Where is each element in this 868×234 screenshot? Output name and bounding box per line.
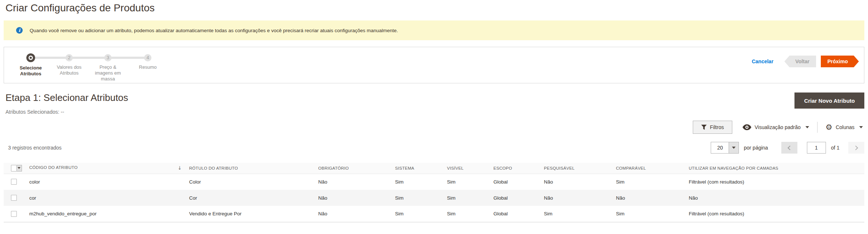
cell-scope: Global bbox=[490, 174, 540, 190]
cell-comparable: Sim bbox=[612, 174, 685, 190]
cell-searchable: Sim bbox=[540, 206, 612, 222]
cell-scope: Global bbox=[490, 206, 540, 222]
step-4-label: Resumo bbox=[131, 64, 164, 70]
info-icon: i bbox=[16, 27, 23, 34]
cell-system: Sim bbox=[391, 206, 443, 222]
step-3-indicator: 3 bbox=[104, 54, 112, 61]
step-connector-line bbox=[31, 57, 148, 59]
chevron-down-icon bbox=[805, 126, 809, 128]
column-header-required[interactable]: OBRIGATÓRIO bbox=[315, 163, 391, 174]
cell-attribute-label: Cor bbox=[185, 190, 315, 206]
column-header-visible[interactable]: VISÍVEL bbox=[443, 163, 490, 174]
records-found-text: 3 registros encontrados bbox=[8, 145, 61, 151]
cell-system: Sim bbox=[391, 174, 443, 190]
cell-layered-navigation: Não bbox=[685, 190, 864, 206]
cell-required: Não bbox=[315, 174, 391, 190]
toolbar-divider bbox=[817, 122, 818, 133]
page-title: Criar Configurações de Produtos bbox=[5, 2, 155, 14]
chevron-down-icon bbox=[18, 167, 20, 169]
grid-toolbar: Filtros Visualização padrão ⚙ Colunas bbox=[693, 121, 863, 134]
grid-header-row: CÓDIGO DO ATRIBUTO ↓ RÓTULO DO ATRIBUTO … bbox=[4, 163, 864, 174]
table-row[interactable]: cor Cor Não Sim Sim Global Não Não Não bbox=[4, 190, 864, 206]
attributes-grid: CÓDIGO DO ATRIBUTO ↓ RÓTULO DO ATRIBUTO … bbox=[4, 163, 864, 222]
column-header-attribute-label[interactable]: RÓTULO DO ATRIBUTO bbox=[185, 163, 315, 174]
step-select-attributes[interactable]: Selecione Atributos bbox=[14, 47, 47, 77]
columns-selector-label: Colunas bbox=[836, 124, 854, 130]
cell-attribute-label: Color bbox=[185, 174, 315, 190]
cell-searchable: Não bbox=[540, 174, 612, 190]
select-all-dropdown[interactable] bbox=[17, 165, 22, 171]
wizard-actions: Cancelar Voltar Próximo bbox=[752, 56, 859, 67]
view-selector[interactable]: Visualização padrão bbox=[743, 124, 809, 130]
filter-funnel-icon bbox=[701, 125, 707, 130]
cell-required: Não bbox=[315, 206, 391, 222]
column-header-layered-navigation[interactable]: UTILIZAR EM NAVEGAÇÃO POR CAMADAS bbox=[685, 163, 864, 174]
step-1-indicator bbox=[26, 53, 35, 62]
row-checkbox[interactable] bbox=[11, 179, 17, 185]
next-button[interactable]: Próximo bbox=[821, 56, 859, 67]
step-summary[interactable]: 4 Resumo bbox=[131, 47, 164, 70]
chevron-down-icon bbox=[859, 126, 863, 128]
gear-icon: ⚙ bbox=[826, 124, 833, 131]
chevron-right-icon bbox=[853, 146, 858, 150]
filters-button[interactable]: Filtros bbox=[693, 121, 732, 134]
eye-icon bbox=[743, 124, 751, 130]
back-button[interactable]: Voltar bbox=[784, 56, 816, 67]
cell-comparable: Sim bbox=[612, 206, 685, 222]
step-2-label: Valores dos Atributos bbox=[53, 64, 86, 76]
sort-descending-icon[interactable]: ↓ bbox=[178, 165, 182, 171]
step-2-indicator: 2 bbox=[65, 54, 73, 61]
info-message-bar: i Quando você remove ou adicionar um atr… bbox=[4, 20, 864, 40]
cell-attribute-code: color bbox=[26, 174, 185, 190]
pagination-controls: 20 por página of 1 bbox=[711, 142, 864, 154]
row-checkbox[interactable] bbox=[11, 195, 17, 201]
view-selector-label: Visualização padrão bbox=[755, 124, 801, 130]
table-row[interactable]: m2hub_vendido_entregue_por Vendido e Ent… bbox=[4, 206, 864, 222]
step-3-label: Preço & imagens em massa bbox=[91, 64, 124, 82]
step-4-indicator: 4 bbox=[144, 54, 151, 61]
next-page-button[interactable] bbox=[848, 142, 864, 154]
section-title: Etapa 1: Selecionar Atributos bbox=[5, 92, 128, 103]
page: Criar Configurações de Produtos i Quando… bbox=[0, 0, 868, 234]
cancel-button[interactable]: Cancelar bbox=[752, 58, 773, 64]
cell-visible: Sim bbox=[443, 174, 490, 190]
chevron-left-icon bbox=[788, 146, 792, 150]
cell-layered-navigation: Filtrável (com resultados) bbox=[685, 206, 864, 222]
column-header-comparable[interactable]: COMPARÁVEL bbox=[612, 163, 685, 174]
step-bulk-images-price[interactable]: 3 Preço & imagens em massa bbox=[91, 47, 124, 82]
selected-attributes-text: Atributos Selecionados: -- bbox=[5, 109, 64, 115]
page-size-select[interactable]: 20 bbox=[711, 142, 739, 154]
column-header-label: CÓDIGO DO ATRIBUTO bbox=[29, 165, 78, 170]
column-header-attribute-code[interactable]: CÓDIGO DO ATRIBUTO ↓ bbox=[26, 163, 185, 174]
column-header-scope[interactable]: ESCOPO bbox=[490, 163, 540, 174]
column-header-system[interactable]: SISTEMA bbox=[391, 163, 443, 174]
total-pages-label: of 1 bbox=[831, 145, 839, 151]
page-size-caret bbox=[729, 142, 739, 153]
step-attribute-values[interactable]: 2 Valores dos Atributos bbox=[53, 47, 86, 76]
previous-page-button[interactable] bbox=[781, 142, 797, 154]
cell-attribute-code: cor bbox=[26, 190, 185, 206]
wizard-panel: Selecione Atributos 2 Valores dos Atribu… bbox=[4, 47, 864, 83]
cell-visible: Sim bbox=[443, 206, 490, 222]
cell-visible: Sim bbox=[443, 190, 490, 206]
per-page-label: por página bbox=[744, 145, 768, 151]
cell-layered-navigation: Filtrável (com resultados) bbox=[685, 174, 864, 190]
columns-selector[interactable]: ⚙ Colunas bbox=[826, 124, 863, 131]
cell-comparable: Não bbox=[612, 190, 685, 206]
current-page-input[interactable] bbox=[807, 142, 826, 154]
select-all-checkbox[interactable] bbox=[11, 165, 17, 171]
step-1-label: Selecione Atributos bbox=[14, 65, 47, 77]
cell-searchable: Não bbox=[540, 190, 612, 206]
cell-system: Sim bbox=[391, 190, 443, 206]
filters-button-label: Filtros bbox=[710, 124, 724, 130]
info-message-text: Quando você remove ou adicionar um atrib… bbox=[30, 28, 398, 33]
cell-scope: Global bbox=[490, 190, 540, 206]
row-checkbox[interactable] bbox=[11, 211, 17, 217]
column-header-searchable[interactable]: PESQUISÁVEL bbox=[540, 163, 612, 174]
cell-attribute-code: m2hub_vendido_entregue_por bbox=[26, 206, 185, 222]
cell-required: Não bbox=[315, 190, 391, 206]
table-row[interactable]: color Color Não Sim Sim Global Não Sim F… bbox=[4, 174, 864, 190]
cell-attribute-label: Vendido e Entregue Por bbox=[185, 206, 315, 222]
select-all-control[interactable] bbox=[11, 165, 22, 171]
create-new-attribute-button[interactable]: Criar Novo Atributo bbox=[794, 93, 864, 109]
